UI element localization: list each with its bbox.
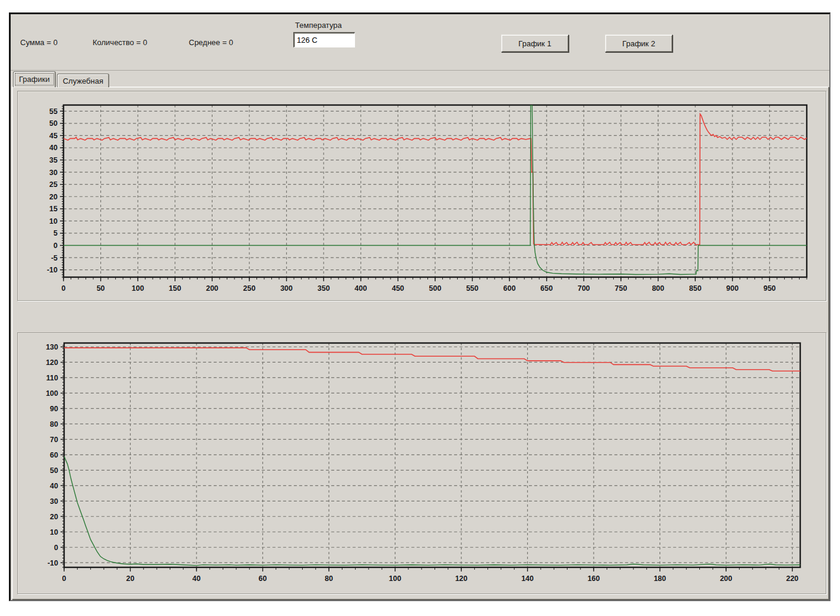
svg-text:550: 550 <box>466 284 478 293</box>
svg-text:150: 150 <box>169 284 181 293</box>
svg-text:-5: -5 <box>51 254 58 262</box>
svg-text:220: 220 <box>786 574 798 583</box>
temperature-input[interactable] <box>293 32 355 47</box>
svg-text:160: 160 <box>588 574 600 583</box>
svg-text:400: 400 <box>354 284 367 293</box>
svg-text:50: 50 <box>50 466 58 475</box>
svg-text:450: 450 <box>392 284 404 293</box>
svg-text:0: 0 <box>62 574 66 583</box>
svg-text:30: 30 <box>49 169 58 177</box>
svg-text:45: 45 <box>49 132 58 140</box>
svg-text:650: 650 <box>540 284 553 293</box>
svg-text:0: 0 <box>62 284 66 293</box>
app-window: Сумма = 0 Количество = 0 Среднее = 0 Тем… <box>9 12 831 601</box>
average-label: Среднее = 0 <box>189 38 233 47</box>
svg-text:15: 15 <box>49 205 58 213</box>
svg-text:20: 20 <box>50 513 58 521</box>
svg-text:700: 700 <box>578 284 590 293</box>
svg-text:5: 5 <box>53 229 58 237</box>
chart1-canvas: 5550454035302520151050-5-100501001502002… <box>18 91 826 300</box>
svg-text:0: 0 <box>53 242 58 250</box>
svg-text:80: 80 <box>325 574 333 583</box>
svg-text:30: 30 <box>50 497 58 506</box>
sum-label: Сумма = 0 <box>20 38 58 47</box>
svg-text:80: 80 <box>50 420 58 428</box>
svg-text:180: 180 <box>654 574 666 583</box>
svg-text:350: 350 <box>318 284 330 293</box>
svg-text:35: 35 <box>49 156 58 164</box>
svg-text:60: 60 <box>50 451 58 459</box>
svg-text:140: 140 <box>521 574 534 583</box>
svg-text:50: 50 <box>97 284 105 293</box>
svg-text:50: 50 <box>49 119 58 128</box>
svg-text:800: 800 <box>652 284 664 293</box>
svg-text:950: 950 <box>763 284 776 293</box>
tab-strip: Графики Служебная <box>13 71 110 87</box>
svg-text:110: 110 <box>46 374 58 382</box>
svg-text:25: 25 <box>49 180 58 189</box>
svg-text:70: 70 <box>50 436 58 444</box>
svg-text:0: 0 <box>54 544 58 552</box>
svg-text:-10: -10 <box>47 559 58 567</box>
svg-text:300: 300 <box>280 284 293 293</box>
svg-text:600: 600 <box>503 284 516 293</box>
chart2-canvas: 1301201101009080706050403020100-10020406… <box>18 333 826 593</box>
svg-text:850: 850 <box>689 284 702 293</box>
temperature-label: Температура <box>295 21 342 30</box>
svg-text:250: 250 <box>243 284 256 293</box>
svg-text:100: 100 <box>389 574 401 583</box>
stats-toolbar: Сумма = 0 Количество = 0 Среднее = 0 Тем… <box>11 14 829 71</box>
svg-text:120: 120 <box>455 574 468 583</box>
graph2-button[interactable]: График 2 <box>605 34 673 52</box>
svg-text:500: 500 <box>429 284 442 293</box>
svg-text:90: 90 <box>50 405 58 413</box>
svg-text:200: 200 <box>206 284 218 293</box>
svg-text:20: 20 <box>49 193 58 201</box>
svg-text:60: 60 <box>259 574 267 583</box>
svg-text:40: 40 <box>49 144 58 152</box>
tab-page-graphs: 5550454035302520151050-5-100501001502002… <box>12 87 829 599</box>
tab-service[interactable]: Служебная <box>57 74 109 87</box>
svg-text:750: 750 <box>615 284 627 293</box>
svg-text:40: 40 <box>192 574 201 583</box>
svg-text:-10: -10 <box>47 266 58 274</box>
chart1-panel: 5550454035302520151050-5-100501001502002… <box>17 91 826 301</box>
svg-text:200: 200 <box>720 574 733 583</box>
svg-text:120: 120 <box>46 358 58 367</box>
chart2-panel: 1301201101009080706050403020100-10020406… <box>17 332 826 594</box>
svg-text:40: 40 <box>50 482 58 490</box>
count-label: Количество = 0 <box>93 38 147 47</box>
svg-text:10: 10 <box>49 217 58 226</box>
svg-text:100: 100 <box>132 284 144 293</box>
svg-text:100: 100 <box>46 389 58 398</box>
tab-graphs[interactable]: Графики <box>13 71 56 87</box>
svg-text:130: 130 <box>46 343 58 351</box>
svg-text:20: 20 <box>126 574 135 583</box>
graph1-button[interactable]: График 1 <box>501 34 569 52</box>
svg-text:55: 55 <box>49 107 58 116</box>
svg-text:10: 10 <box>50 528 58 536</box>
svg-text:900: 900 <box>726 284 738 293</box>
